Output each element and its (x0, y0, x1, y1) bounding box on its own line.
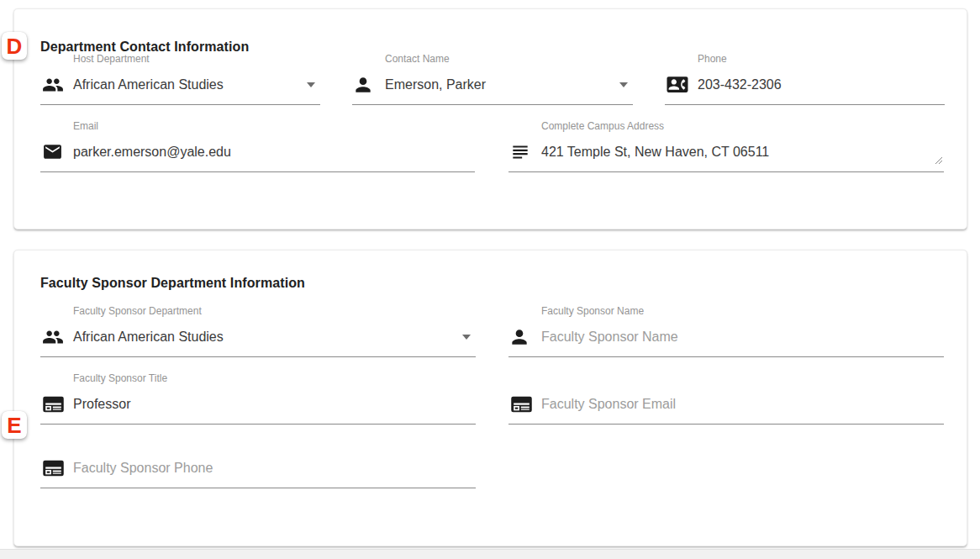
sponsor-email-field (508, 372, 944, 425)
person-icon (352, 74, 378, 96)
group-icon (40, 326, 66, 348)
badge-icon (40, 456, 66, 480)
sponsor-email-input[interactable] (541, 397, 944, 412)
marker-e-label: E (7, 414, 21, 436)
phone-field: Phone (665, 53, 945, 105)
host-department-field: Host Department African American Studies (40, 53, 320, 105)
email-label: Email (40, 120, 475, 132)
sponsor-title-input[interactable] (73, 397, 476, 412)
annotation-marker-d: D (2, 32, 27, 60)
sponsor-phone-field (40, 436, 476, 488)
faculty-sponsor-card: Faculty Sponsor Department Information F… (13, 250, 967, 546)
group-icon (40, 74, 66, 96)
campus-address-textarea[interactable] (541, 143, 944, 161)
sponsor-department-label: Faculty Sponsor Department (40, 305, 476, 317)
person-icon (508, 326, 535, 348)
contact-phone-icon (665, 74, 691, 95)
email-input[interactable] (73, 145, 475, 160)
host-department-value: African American Studies (73, 77, 224, 92)
sponsor-department-value: African American Studies (73, 330, 224, 345)
notes-icon (508, 141, 535, 163)
chevron-down-icon[interactable] (462, 335, 471, 340)
textarea-resize-handle[interactable] (935, 153, 943, 168)
department-contact-card: Department Contact Information Host Depa… (13, 8, 967, 229)
contact-name-field: Contact Name Emerson, Parker (352, 53, 633, 105)
faculty-sponsor-title-heading: Faculty Sponsor Department Information (40, 276, 305, 291)
contact-name-label: Contact Name (352, 53, 633, 65)
campus-address-label: Complete Campus Address (508, 120, 944, 132)
chevron-down-icon[interactable] (619, 82, 628, 87)
contact-name-value: Emerson, Parker (385, 77, 486, 92)
sponsor-name-label: Faculty Sponsor Name (508, 305, 944, 317)
sponsor-department-field: Faculty Sponsor Department African Ameri… (40, 305, 476, 357)
sponsor-phone-input[interactable] (73, 461, 476, 476)
campus-address-field: Complete Campus Address (508, 120, 944, 172)
phone-input[interactable] (698, 77, 945, 92)
sponsor-title-label: Faculty Sponsor Title (40, 372, 476, 384)
phone-label: Phone (665, 53, 945, 65)
host-department-label: Host Department (40, 53, 320, 65)
sponsor-name-field: Faculty Sponsor Name (508, 305, 944, 357)
contact-name-select[interactable]: Emerson, Parker (352, 65, 633, 105)
marker-d-label: D (7, 35, 23, 57)
host-department-select[interactable]: African American Studies (40, 65, 320, 105)
sponsor-title-field: Faculty Sponsor Title (40, 372, 476, 425)
sponsor-department-select[interactable]: African American Studies (40, 317, 476, 357)
sponsor-name-input[interactable] (541, 330, 944, 345)
badge-icon (40, 393, 66, 416)
email-field: Email (40, 120, 475, 172)
page-bottom-strip (0, 549, 980, 559)
annotation-marker-e: E (2, 411, 27, 439)
badge-icon (508, 393, 535, 416)
chevron-down-icon[interactable] (307, 82, 315, 87)
email-icon (40, 141, 66, 162)
